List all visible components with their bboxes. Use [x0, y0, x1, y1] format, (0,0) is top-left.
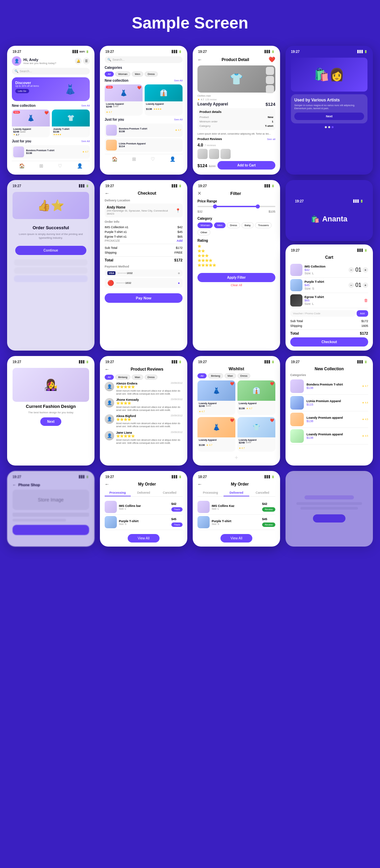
search-bar-home[interactable]: 🔍 Search...	[12, 68, 90, 75]
review-btn-1[interactable]: Review	[262, 507, 275, 512]
wish-cat-all[interactable]: All	[197, 373, 207, 378]
checkout-btn[interactable]: Checkout	[290, 337, 368, 347]
back-btn-checkout[interactable]: ←	[105, 191, 109, 196]
rating-row-5[interactable]: ⭐⭐⭐⭐⭐	[197, 263, 275, 267]
cat-dress[interactable]: Dress	[145, 72, 158, 77]
view-all-orders-btn[interactable]: View All	[128, 534, 160, 542]
wish-cat-bintang[interactable]: Bintang	[208, 373, 223, 378]
cat-men[interactable]: Men	[132, 72, 143, 77]
fashion-next-btn[interactable]: Next	[40, 417, 61, 426]
nav-cats-grid[interactable]: ⊞	[132, 156, 136, 162]
price-handle-min[interactable]	[213, 204, 217, 209]
voucher-input[interactable]: Voucher / Promo Code	[290, 310, 355, 317]
wishlist-item-3[interactable]: 👗 ❤️ Loandy Apparel $138 ★ 4.7	[197, 417, 235, 452]
wish-heart-3[interactable]: ❤️	[230, 418, 234, 422]
heart-icon-1[interactable]: ❤️	[44, 111, 48, 115]
rating-row-4[interactable]: ⭐⭐⭐⭐	[197, 259, 275, 262]
wish-heart-4[interactable]: ❤️	[270, 418, 274, 422]
cat-product-1[interactable]: 👗 20% ❤️ Loandy Apparel $248 $299 ★ 4.7	[105, 84, 143, 116]
tab-processing[interactable]: Processing	[105, 490, 131, 496]
payment-mc[interactable]: 🔴 ············1632 ●	[105, 278, 183, 288]
newcoll-item-4[interactable]: Loandy Premium apparel $138 ★ 4.5	[290, 428, 368, 445]
nav-cats-user[interactable]: 👤	[170, 156, 175, 162]
filter-close-btn[interactable]: ✕	[197, 191, 202, 196]
apply-filter-btn[interactable]: Apply Filter	[197, 273, 275, 282]
rev-cat-all[interactable]: All	[105, 375, 114, 380]
rating-row-2[interactable]: ⭐⭐	[197, 249, 275, 253]
qty-plus-2[interactable]: +	[363, 282, 368, 288]
see-all-jfy[interactable]: See All	[81, 140, 90, 143]
menu-icon[interactable]: ☰	[83, 58, 90, 64]
discover-btn[interactable]: Lets Go	[15, 89, 29, 93]
qty-minus-2[interactable]: −	[349, 282, 354, 288]
back-btn-order2[interactable]: ←	[197, 481, 202, 487]
pay-now-btn[interactable]: Pay Now	[105, 293, 183, 303]
track-btn-1[interactable]: Track	[171, 507, 183, 512]
tab2-cancelled[interactable]: Cancelled	[249, 490, 275, 496]
product-card-1[interactable]: 👗 50% ❤️ Loandy Apparel $248 $299 ★ 4.7	[12, 110, 50, 137]
filter-cat-men[interactable]: Men	[214, 222, 226, 228]
jfy-cats-item-2[interactable]: LUnia Premium Apparel $114	[105, 138, 183, 152]
rev-cat-bintang[interactable]: Bintang	[115, 375, 130, 380]
payment-visa[interactable]: VISA ············1632 ○	[105, 270, 183, 277]
wishlist-item-1[interactable]: 👗 ❤️ Loandy Apparel $248 $299 ★ 4.7	[197, 380, 235, 415]
cat-heart-1[interactable]: ❤️	[137, 86, 141, 90]
filter-cat-dress[interactable]: Dress	[227, 222, 240, 228]
nav-heart[interactable]: ♡	[58, 163, 62, 169]
newcoll-item-3[interactable]: Loandy Premium apparel $138 ★ 4.5	[290, 411, 368, 428]
nav-grid[interactable]: ⊞	[39, 163, 43, 169]
wishlist-add-icon[interactable]: +	[235, 454, 238, 461]
wishlist-item-2[interactable]: 👔 ❤️ Loandy Apparel $138 ★ 4.7	[237, 380, 275, 415]
nav-cats-home[interactable]: 🏠	[112, 156, 118, 162]
cat-product-2[interactable]: 👔 Loandy Apparel $138 ★★★★	[145, 84, 183, 116]
qty-minus-1[interactable]: −	[349, 267, 354, 273]
cat-all[interactable]: All	[105, 72, 114, 77]
price-handle-max[interactable]	[256, 204, 260, 209]
back-btn-detail[interactable]: ←	[197, 57, 202, 62]
see-all-new-collection[interactable]: See All	[81, 104, 90, 107]
back-btn-reviews[interactable]: ←	[105, 367, 109, 372]
back-btn-order1[interactable]: ←	[105, 481, 109, 487]
view-all-delivered-btn[interactable]: View All	[220, 534, 253, 542]
wish-heart-2[interactable]: ❤️	[270, 382, 274, 386]
notification-icon[interactable]: 🔔	[75, 58, 82, 64]
search-bar-categories[interactable]: 🔍 Search...	[105, 56, 183, 63]
wish-cat-man[interactable]: Man	[225, 373, 236, 378]
filter-cat-woman[interactable]: Woman	[197, 222, 213, 228]
continue-btn[interactable]: Continue	[15, 246, 86, 255]
rating-row-1[interactable]: ⭐	[197, 244, 275, 248]
wish-heart-1[interactable]: ❤️	[230, 382, 234, 386]
mc-select[interactable]: ●	[178, 281, 180, 285]
delete-btn-3[interactable]: 🗑	[364, 298, 368, 303]
clear-all-btn[interactable]: Clear All	[197, 283, 275, 287]
filter-cat-baby[interactable]: Baby	[241, 222, 254, 228]
filter-cat-trousers[interactable]: Trousers	[255, 222, 272, 228]
cat-woman[interactable]: Woman	[115, 72, 130, 77]
jfy-cats-item-1[interactable]: Bondera Premium T-shirt $138 ★ 4.7	[105, 123, 183, 137]
wish-cat-dress[interactable]: Dress	[237, 373, 251, 378]
add-to-cart-btn[interactable]: Add to Cart	[217, 161, 275, 170]
tab2-processing[interactable]: Processing	[197, 490, 224, 496]
track-btn-2[interactable]: Track	[171, 522, 183, 527]
tab-delivered[interactable]: Delivered	[131, 490, 157, 496]
heart-icon-detail[interactable]: ❤️	[269, 56, 275, 63]
nav-cats-heart[interactable]: ♡	[151, 156, 155, 162]
tab-cancelled[interactable]: Cancelled	[156, 490, 183, 496]
qty-plus-1[interactable]: +	[363, 267, 368, 273]
rating-row-3[interactable]: ⭐⭐⭐	[197, 254, 275, 257]
see-all-cats[interactable]: See All	[174, 79, 183, 82]
newcoll-item-2[interactable]: LUnia Premium Apparel $115 ★ 4.4	[290, 395, 368, 411]
voucher-add-btn[interactable]: Add	[357, 310, 368, 317]
newcoll-item-1[interactable]: Bondera Premium T-shirt $138 ★ 4.7	[290, 378, 368, 395]
rev-cat-man[interactable]: Man	[132, 375, 143, 380]
visa-select[interactable]: ○	[178, 271, 180, 275]
product-card-2[interactable]: 👕 Joandy T-shirt $138 ★★★★	[52, 110, 90, 137]
nav-user[interactable]: 👤	[77, 163, 83, 169]
nav-home[interactable]: 🏠	[19, 163, 25, 169]
add-promo-btn[interactable]: Add	[177, 239, 183, 242]
see-all-jfy-cats[interactable]: See All	[174, 118, 183, 121]
artist-next-btn[interactable]: Next	[294, 113, 364, 120]
jfy-item-1[interactable]: Bondera Premium T-shirt $138 ★ 4.7	[12, 145, 90, 159]
wishlist-item-4[interactable]: 👕 ❤️ Loandy Apparel $248 $299 ★ 4.7	[237, 417, 275, 452]
filter-cat-other[interactable]: Other	[197, 230, 210, 235]
